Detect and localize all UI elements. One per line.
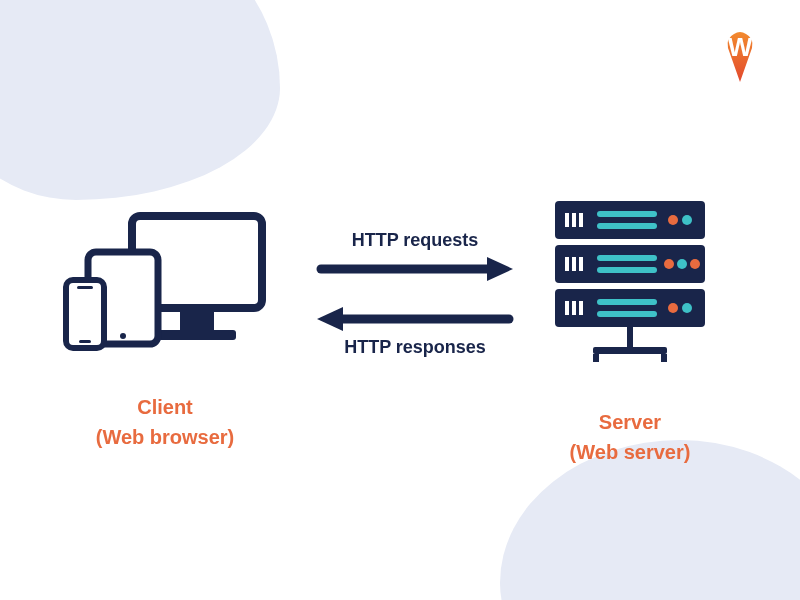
request-arrow-block: HTTP requests xyxy=(300,230,530,283)
svg-rect-14 xyxy=(565,213,569,227)
svg-rect-3 xyxy=(158,330,236,340)
svg-rect-33 xyxy=(579,301,583,315)
client-label: Client (Web browser) xyxy=(60,392,270,452)
svg-rect-31 xyxy=(565,301,569,315)
server-group: Server (Web server) xyxy=(530,195,730,467)
client-subtitle: (Web browser) xyxy=(60,422,270,452)
svg-point-20 xyxy=(682,215,692,225)
arrow-left-icon xyxy=(315,305,515,333)
server-subtitle: (Web server) xyxy=(530,437,730,467)
svg-rect-35 xyxy=(597,311,657,317)
arrows-group: HTTP requests HTTP responses xyxy=(300,230,530,380)
client-title: Client xyxy=(60,392,270,422)
svg-rect-24 xyxy=(579,257,583,271)
svg-rect-38 xyxy=(627,327,633,349)
svg-point-37 xyxy=(682,303,692,313)
brand-logo: W xyxy=(720,30,760,86)
svg-rect-41 xyxy=(661,354,667,362)
svg-rect-32 xyxy=(572,301,576,315)
response-label: HTTP responses xyxy=(300,337,530,358)
svg-point-27 xyxy=(664,259,674,269)
svg-rect-16 xyxy=(579,213,583,227)
svg-rect-34 xyxy=(597,299,657,305)
server-label: Server (Web server) xyxy=(530,407,730,467)
svg-rect-22 xyxy=(565,257,569,271)
svg-rect-7 xyxy=(77,286,93,289)
svg-point-28 xyxy=(677,259,687,269)
server-rack-icon xyxy=(545,195,715,375)
svg-text:W: W xyxy=(728,32,753,62)
client-group: Client (Web browser) xyxy=(60,210,270,452)
svg-rect-6 xyxy=(66,280,104,348)
svg-point-19 xyxy=(668,215,678,225)
response-arrow-block: HTTP responses xyxy=(300,305,530,358)
client-devices-icon xyxy=(60,210,270,360)
svg-rect-26 xyxy=(597,267,657,273)
svg-marker-10 xyxy=(487,257,513,281)
http-diagram: Client (Web browser) HTTP requests HTTP … xyxy=(0,0,800,600)
svg-rect-23 xyxy=(572,257,576,271)
svg-rect-2 xyxy=(180,308,214,330)
svg-point-29 xyxy=(690,259,700,269)
svg-marker-12 xyxy=(317,307,343,331)
svg-rect-25 xyxy=(597,255,657,261)
svg-point-5 xyxy=(120,333,126,339)
svg-rect-17 xyxy=(597,211,657,217)
svg-rect-8 xyxy=(79,340,91,343)
svg-rect-40 xyxy=(593,354,599,362)
svg-rect-15 xyxy=(572,213,576,227)
svg-rect-18 xyxy=(597,223,657,229)
server-title: Server xyxy=(530,407,730,437)
svg-point-36 xyxy=(668,303,678,313)
arrow-right-icon xyxy=(315,255,515,283)
request-label: HTTP requests xyxy=(300,230,530,251)
svg-rect-39 xyxy=(593,347,667,354)
